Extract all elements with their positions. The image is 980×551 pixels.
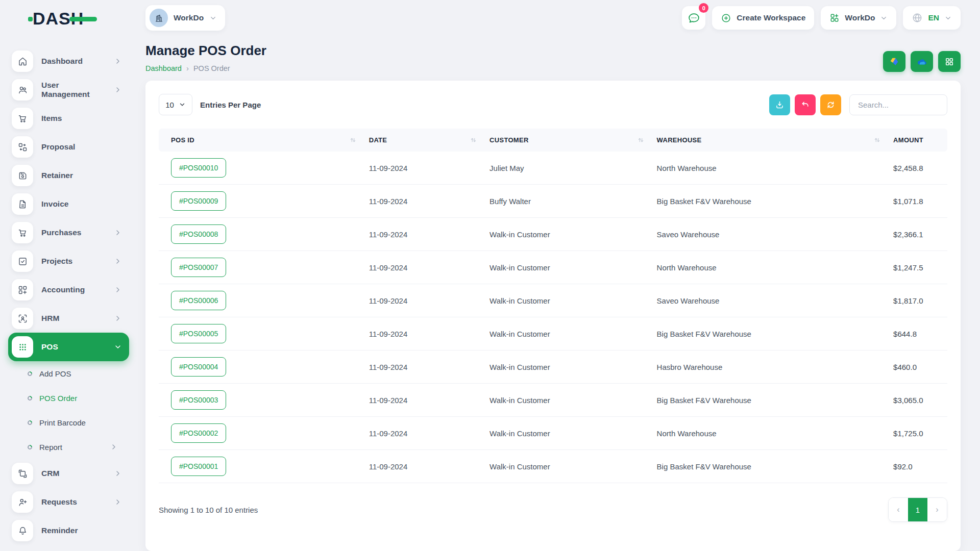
app-logo[interactable]: DASH <box>0 0 135 37</box>
sidebar-item-user-management[interactable]: User Management <box>8 76 129 104</box>
sidebar-subitem-add-pos[interactable]: Add POS <box>8 361 129 386</box>
undo-arrow-icon <box>800 100 810 110</box>
sidebar-subitem-print-barcode[interactable]: Print Barcode <box>8 410 129 435</box>
bullet-icon <box>27 370 33 377</box>
sidebar-item-purchases[interactable]: Purchases <box>8 218 129 247</box>
pos-id-badge[interactable]: #POS00001 <box>171 457 226 476</box>
sidebar-item-label: HRM <box>41 314 106 323</box>
app-switcher-label: WorkDo <box>845 13 875 22</box>
pos-id-badge[interactable]: #POS00002 <box>171 423 226 443</box>
date-cell: 11-09-2024 <box>364 251 484 284</box>
chevron-right-icon <box>110 443 118 451</box>
date-cell: 11-09-2024 <box>364 218 484 251</box>
google-drive-button[interactable] <box>883 51 905 72</box>
bullet-icon <box>27 444 33 450</box>
sort-icon[interactable] <box>349 136 357 144</box>
sidebar-item-requests[interactable]: Requests <box>8 488 129 516</box>
table-row: #POS00009 11-09-2024 Buffy Walter Big Ba… <box>159 185 947 218</box>
amount-cell: $460.0 <box>888 350 947 384</box>
app-root: DASH Dashboard User Management Items Pro… <box>0 0 980 551</box>
pos-order-table: POS ID DATE CUSTOMER WAREHOUSE AMOUNT #P… <box>159 129 947 483</box>
create-workspace-button[interactable]: Create Workspace <box>712 6 814 30</box>
sidebar-item-hrm[interactable]: HRM <box>8 304 129 333</box>
column-header-warehouse[interactable]: WAREHOUSE <box>652 129 889 152</box>
sidebar-item-pos[interactable]: POS <box>8 333 129 361</box>
pos-id-badge[interactable]: #POS00003 <box>171 390 226 410</box>
sort-icon[interactable] <box>470 136 477 144</box>
page-title: Manage POS Order <box>145 43 266 59</box>
pos-order-card: 10 Entries Per Page <box>145 81 961 551</box>
column-header-amount[interactable]: AMOUNT <box>888 129 947 152</box>
entries-per-page-select[interactable]: 10 <box>159 94 192 115</box>
pos-id-badge[interactable]: #POS00010 <box>171 158 226 178</box>
entries-per-page-label: Entries Per Page <box>200 101 261 109</box>
sidebar-item-label: User Management <box>41 81 106 99</box>
grid-view-button[interactable] <box>938 51 961 72</box>
one-drive-button[interactable] <box>911 51 933 72</box>
sidebar-item-crm[interactable]: CRM <box>8 459 129 488</box>
sidebar-item-dashboard[interactable]: Dashboard <box>8 47 129 76</box>
sidebar-item-invoice[interactable]: Invoice <box>8 190 129 218</box>
chevron-right-icon <box>114 229 122 237</box>
undo-button[interactable] <box>795 94 816 115</box>
download-icon <box>775 100 785 110</box>
breadcrumb-dashboard-link[interactable]: Dashboard <box>145 64 182 72</box>
google-drive-icon <box>889 56 900 67</box>
sidebar-item-label: Reminder <box>41 526 122 535</box>
amount-cell: $1,817.0 <box>888 284 947 317</box>
sidebar-subitem-report[interactable]: Report <box>8 435 129 459</box>
sidebar-item-retainer[interactable]: Retainer <box>8 161 129 190</box>
date-cell: 11-09-2024 <box>364 384 484 417</box>
pagination-prev-button[interactable]: ‹ <box>889 498 908 521</box>
sidebar-item-label: POS <box>41 342 106 352</box>
sidebar-item-proposal[interactable]: Proposal <box>8 133 129 161</box>
sidebar-subitem-pos-order[interactable]: POS Order <box>8 386 129 410</box>
amount-cell: $1,071.8 <box>888 185 947 218</box>
export-download-button[interactable] <box>769 94 790 115</box>
pos-id-badge[interactable]: #POS00004 <box>171 357 226 377</box>
sidebar-item-label: Purchases <box>41 228 106 237</box>
chevron-right-icon <box>114 286 122 294</box>
search-input[interactable] <box>849 94 947 115</box>
sidebar-subitem-label: Print Barcode <box>39 418 118 427</box>
pagination-next-button[interactable]: › <box>927 498 947 521</box>
sidebar-item-label: Items <box>41 114 122 123</box>
messages-button[interactable]: 0 <box>682 6 705 30</box>
app-switcher-button[interactable]: WorkDo <box>821 6 896 30</box>
sidebar-item-label: Requests <box>41 497 106 507</box>
chevron-down-icon <box>880 14 888 22</box>
language-button[interactable]: EN <box>903 6 961 30</box>
pos-id-badge[interactable]: #POS00006 <box>171 291 226 310</box>
sidebar-item-reminder[interactable]: Reminder <box>8 516 129 545</box>
sidebar-item-projects[interactable]: Projects <box>8 247 129 276</box>
refresh-button[interactable] <box>820 94 841 115</box>
table-row: #POS00002 11-09-2024 Walk-in Customer No… <box>159 417 947 450</box>
customer-cell: Walk-in Customer <box>484 218 652 251</box>
breadcrumb-current: POS Order <box>193 64 230 72</box>
workspace-selector[interactable]: WorkDo <box>145 5 225 31</box>
warehouse-cell: Big Basket F&V Warehouse <box>652 185 889 218</box>
sidebar-item-accounting[interactable]: Accounting <box>8 276 129 304</box>
table-row: #POS00003 11-09-2024 Walk-in Customer Bi… <box>159 384 947 417</box>
pagination-page-button[interactable]: 1 <box>908 498 927 521</box>
pos-id-badge[interactable]: #POS00007 <box>171 258 226 277</box>
column-header-customer[interactable]: CUSTOMER <box>484 129 652 152</box>
column-header-pos-id[interactable]: POS ID <box>159 129 364 152</box>
reminder-icon <box>12 520 33 541</box>
warehouse-cell: Saveo Warehouse <box>652 218 889 251</box>
sort-icon[interactable] <box>637 136 645 144</box>
column-header-date[interactable]: DATE <box>364 129 484 152</box>
home-icon <box>12 51 33 72</box>
amount-cell: $1,725.0 <box>888 417 947 450</box>
card-footer: Showing 1 to 10 of 10 entries ‹ 1 › <box>159 497 947 522</box>
customer-cell: Walk-in Customer <box>484 284 652 317</box>
sort-icon[interactable] <box>873 136 881 144</box>
pos-id-badge[interactable]: #POS00005 <box>171 324 226 343</box>
page-head: Manage POS Order Dashboard › POS Order <box>145 43 961 72</box>
table-row: #POS00007 11-09-2024 Walk-in Customer No… <box>159 251 947 284</box>
pos-id-badge[interactable]: #POS00008 <box>171 224 226 244</box>
table-row: #POS00008 11-09-2024 Walk-in Customer Sa… <box>159 218 947 251</box>
chevron-right-icon <box>114 469 122 478</box>
pos-id-badge[interactable]: #POS00009 <box>171 191 226 211</box>
sidebar-item-items[interactable]: Items <box>8 104 129 133</box>
